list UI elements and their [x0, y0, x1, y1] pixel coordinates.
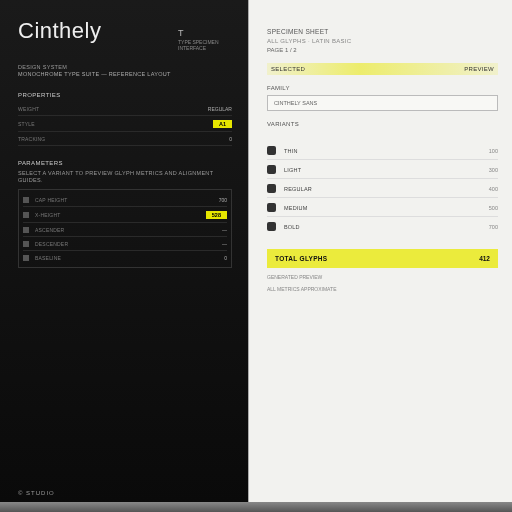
summary-label: TOTAL GLYPHS	[275, 255, 327, 262]
param-label: X-HEIGHT	[35, 212, 202, 218]
intro-line-2: MONOCHROME TYPE SUITE — REFERENCE LAYOUT	[18, 71, 232, 78]
prop-value: 0	[229, 136, 232, 142]
left-footer: © STUDIO	[18, 490, 55, 496]
variant-weight: 700	[489, 224, 498, 230]
prop-row-style[interactable]: STYLE A1	[18, 116, 232, 132]
param-label: BASELINE	[35, 255, 220, 261]
intro-line-1: DESIGN SYSTEM	[18, 64, 232, 71]
dot-icon	[267, 184, 276, 193]
variants-head: VARIANTS	[267, 121, 498, 127]
prop-label: TRACKING	[18, 136, 225, 142]
param-value: 700	[219, 197, 227, 203]
family-label: FAMILY	[267, 85, 498, 91]
param-value: 0	[224, 255, 227, 261]
param-row-asc[interactable]: ASCENDER —	[23, 223, 227, 237]
page-indicator: PAGE 1 / 2	[267, 47, 498, 53]
bottom-chrome-bar	[0, 502, 512, 512]
dot-icon	[267, 165, 276, 174]
variant-weight: 300	[489, 167, 498, 173]
square-icon	[23, 241, 29, 247]
variant-row[interactable]: THIN 100	[267, 141, 498, 160]
section-parameters-note: SELECT A VARIANT TO PREVIEW GLYPH METRIC…	[18, 170, 232, 184]
variant-weight: 500	[489, 205, 498, 211]
param-label: DESCENDER	[35, 241, 218, 247]
section-properties-head: PROPERTIES	[18, 92, 232, 98]
square-icon	[23, 227, 29, 233]
prop-label: STYLE	[18, 121, 209, 127]
dot-icon	[267, 203, 276, 212]
highlight-strip[interactable]: SELECTED PREVIEW	[267, 63, 498, 75]
prop-highlight-badge: A1	[213, 120, 232, 128]
right-footnote-2: ALL METRICS APPROXIMATE	[267, 286, 498, 292]
summary-band: TOTAL GLYPHS 412	[267, 249, 498, 268]
left-panel: Cinthely T TYPE SPECIMEN INTERFACE DESIG…	[0, 0, 248, 504]
variant-row[interactable]: BOLD 700	[267, 217, 498, 235]
square-icon	[23, 197, 29, 203]
square-icon	[23, 212, 29, 218]
summary-value: 412	[479, 255, 490, 262]
variant-name: MEDIUM	[284, 205, 481, 211]
prop-label: WEIGHT	[18, 106, 204, 112]
param-label: ASCENDER	[35, 227, 218, 233]
highlight-left: SELECTED	[271, 66, 305, 72]
param-value: —	[222, 227, 227, 233]
variant-row[interactable]: LIGHT 300	[267, 160, 498, 179]
right-panel: SPECIMEN SHEET ALL GLYPHS · LATIN BASIC …	[248, 0, 512, 504]
variant-name: BOLD	[284, 224, 481, 230]
param-row-xheight[interactable]: X-HEIGHT 528	[23, 207, 227, 223]
square-icon	[23, 255, 29, 261]
variant-name: THIN	[284, 148, 481, 154]
variants-list: THIN 100 LIGHT 300 REGULAR 400 MEDIUM 50…	[267, 141, 498, 235]
param-row-cap[interactable]: CAP HEIGHT 700	[23, 193, 227, 207]
variant-name: LIGHT	[284, 167, 481, 173]
section-parameters: PARAMETERS SELECT A VARIANT TO PREVIEW G…	[18, 160, 232, 267]
prop-value: REGULAR	[208, 106, 232, 112]
dot-icon	[267, 146, 276, 155]
variant-weight: 400	[489, 186, 498, 192]
prop-row-weight[interactable]: WEIGHT REGULAR	[18, 102, 232, 116]
section-properties: PROPERTIES WEIGHT REGULAR STYLE A1 TRACK…	[18, 92, 232, 146]
section-parameters-head: PARAMETERS	[18, 160, 232, 166]
param-row-base[interactable]: BASELINE 0	[23, 251, 227, 264]
prop-row-tracking[interactable]: TRACKING 0	[18, 132, 232, 146]
right-heading: SPECIMEN SHEET	[267, 28, 498, 35]
corner-glyph: T	[178, 28, 230, 39]
param-highlight-badge: 528	[206, 211, 227, 219]
right-footnote-1: GENERATED PREVIEW	[267, 274, 498, 280]
param-label: CAP HEIGHT	[35, 197, 215, 203]
parameters-box: CAP HEIGHT 700 X-HEIGHT 528 ASCENDER — D…	[18, 189, 232, 268]
corner-line-2: INTERFACE	[178, 45, 230, 51]
highlight-right: PREVIEW	[464, 66, 494, 72]
right-subheading: ALL GLYPHS · LATIN BASIC	[267, 38, 498, 44]
dot-icon	[267, 222, 276, 231]
corner-meta: T TYPE SPECIMEN INTERFACE	[178, 28, 230, 51]
variant-weight: 100	[489, 148, 498, 154]
param-row-desc[interactable]: DESCENDER —	[23, 237, 227, 251]
param-value: —	[222, 241, 227, 247]
variant-name: REGULAR	[284, 186, 481, 192]
variant-row[interactable]: MEDIUM 500	[267, 198, 498, 217]
variant-row[interactable]: REGULAR 400	[267, 179, 498, 198]
family-field[interactable]: CINTHELY SANS	[267, 95, 498, 111]
